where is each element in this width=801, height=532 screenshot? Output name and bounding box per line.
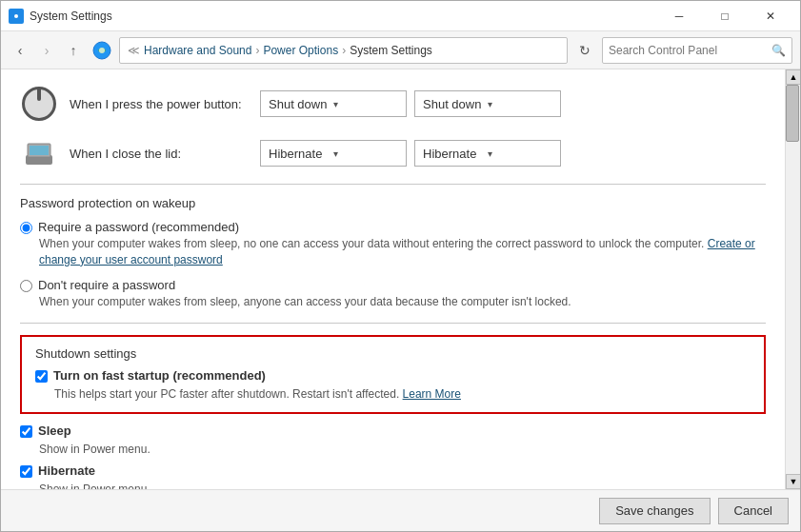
power-button-icon <box>20 85 58 123</box>
search-box: 🔍 <box>602 37 792 64</box>
lid-plugged-value: Hibernate <box>423 147 488 161</box>
main-content: When I press the power button: Shut down… <box>1 69 800 489</box>
hibernate-desc: Show in Power menu. <box>39 482 766 489</box>
require-password-radio[interactable] <box>20 222 32 234</box>
title-bar: System Settings ─ □ ✕ <box>1 1 800 31</box>
section-divider-2 <box>20 323 766 324</box>
require-password-title: Require a password (recommended) <box>38 220 239 234</box>
password-section-title: Password protection on wakeup <box>20 196 766 210</box>
window-controls: ─ □ ✕ <box>657 1 792 31</box>
fast-startup-row: Turn on fast startup (recommended) <box>35 368 751 383</box>
shutdown-section: Shutdown settings Turn on fast startup (… <box>20 335 766 414</box>
hibernate-label: Hibernate <box>38 463 95 478</box>
cancel-button[interactable]: Cancel <box>718 498 789 524</box>
section-divider-1 <box>20 184 766 185</box>
lid-on-battery-arrow: ▾ <box>333 148 398 159</box>
maximize-button[interactable]: □ <box>703 1 747 31</box>
scroll-down-button[interactable]: ▼ <box>786 474 800 489</box>
no-require-password-title: Don't require a password <box>38 278 175 292</box>
refresh-button[interactable]: ↻ <box>571 37 598 64</box>
scroll-up-button[interactable]: ▲ <box>786 69 800 85</box>
breadcrumb-power[interactable]: Power Options <box>263 44 338 57</box>
no-require-password-option: Don't require a password When your compu… <box>20 278 766 310</box>
breadcrumb-sep-1: › <box>255 44 259 57</box>
svg-rect-6 <box>30 146 49 155</box>
lid-on-battery-dropdown[interactable]: Hibernate ▾ <box>260 140 407 167</box>
require-password-label[interactable]: Require a password (recommended) <box>20 220 766 234</box>
scrollbar-thumb[interactable] <box>786 85 799 142</box>
scrollbar: ▲ ▼ <box>785 69 800 489</box>
breadcrumb: ≪ Hardware and Sound › Power Options › S… <box>119 37 568 64</box>
window-icon <box>9 9 24 24</box>
sleep-desc: Show in Power menu. <box>39 442 766 458</box>
no-require-password-radio[interactable] <box>20 280 32 292</box>
window-title: System Settings <box>30 10 657 23</box>
breadcrumb-sep-2: › <box>342 44 346 57</box>
forward-button[interactable]: › <box>35 39 58 62</box>
power-button-on-battery-value: Shut down <box>269 97 333 111</box>
lid-icon <box>20 134 58 172</box>
require-password-option: Require a password (recommended) When yo… <box>20 220 766 268</box>
breadcrumb-separator: ≪ <box>128 44 140 57</box>
lid-on-battery-value: Hibernate <box>269 147 333 161</box>
no-require-password-label[interactable]: Don't require a password <box>20 278 766 292</box>
minimize-button[interactable]: ─ <box>657 1 701 31</box>
power-button-on-battery-dropdown[interactable]: Shut down ▾ <box>260 90 407 117</box>
power-button-row: When I press the power button: Shut down… <box>20 85 766 123</box>
breadcrumb-current: System Settings <box>350 44 432 57</box>
save-button[interactable]: Save changes <box>599 498 710 524</box>
back-button[interactable]: ‹ <box>9 39 31 62</box>
search-icon: 🔍 <box>771 44 786 57</box>
hibernate-checkbox[interactable] <box>20 465 32 478</box>
scrollbar-track[interactable] <box>786 85 800 474</box>
footer: Save changes Cancel <box>1 489 800 531</box>
address-bar: ‹ › ↑ ≪ Hardware and Sound › Power Optio… <box>1 31 800 69</box>
search-input[interactable] <box>609 44 771 57</box>
up-button[interactable]: ↑ <box>62 39 85 62</box>
close-button[interactable]: ✕ <box>749 1 792 31</box>
sleep-label: Sleep <box>38 424 71 438</box>
svg-point-1 <box>14 14 18 18</box>
lid-plugged-arrow: ▾ <box>488 148 552 159</box>
fast-startup-checkbox[interactable] <box>35 370 48 383</box>
require-password-desc: When your computer wakes from sleep, no … <box>39 236 766 268</box>
shutdown-title: Shutdown settings <box>35 346 751 361</box>
power-button-on-battery-arrow: ▾ <box>333 99 398 109</box>
location-icon <box>92 41 111 60</box>
sleep-row: Sleep <box>20 424 766 438</box>
svg-point-3 <box>99 48 105 53</box>
fast-startup-desc: This helps start your PC faster after sh… <box>54 386 751 403</box>
password-section: Password protection on wakeup Require a … <box>20 196 766 309</box>
lid-row: When I close the lid: Hibernate ▾ Hibern… <box>20 134 766 172</box>
breadcrumb-hardware[interactable]: Hardware and Sound <box>144 44 251 57</box>
no-require-password-desc: When your computer wakes from sleep, any… <box>39 294 766 310</box>
hibernate-row: Hibernate <box>20 463 766 478</box>
power-button-plugged-dropdown[interactable]: Shut down ▾ <box>414 90 561 117</box>
hibernate-setting: Hibernate Show in Power menu. <box>20 463 766 489</box>
power-button-plugged-value: Shut down <box>423 97 488 111</box>
system-settings-window: System Settings ─ □ ✕ ‹ › ↑ ≪ Hardware a… <box>0 0 801 532</box>
power-button-plugged-arrow: ▾ <box>488 99 552 109</box>
lid-label: When I close the lid: <box>70 147 260 161</box>
power-button-label: When I press the power button: <box>70 97 260 111</box>
learn-more-link[interactable]: Learn More <box>403 387 461 401</box>
lid-plugged-dropdown[interactable]: Hibernate ▾ <box>414 140 561 167</box>
fast-startup-label: Turn on fast startup (recommended) <box>53 368 266 383</box>
sleep-checkbox[interactable] <box>20 425 32 438</box>
sleep-setting: Sleep Show in Power menu. <box>20 424 766 458</box>
content-area: When I press the power button: Shut down… <box>1 69 785 489</box>
